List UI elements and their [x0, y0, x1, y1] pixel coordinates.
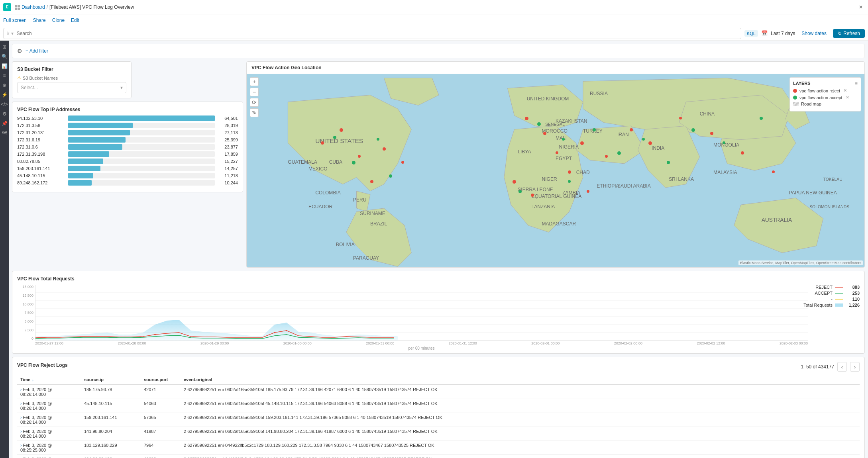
th-event-original[interactable]: event.original — [181, 375, 860, 385]
warning-icon: ⚠ — [17, 75, 21, 80]
map-dot-reject[interactable] — [710, 132, 713, 135]
map-container[interactable]: UNITED STATES UNITED KINGDOM RUSSIA INDI… — [247, 74, 864, 267]
sidebar-icon-code[interactable]: </> — [1, 101, 8, 108]
map-dot-accept[interactable] — [352, 161, 355, 164]
log-source-port: 46693 — [141, 455, 181, 458]
map-dot-accept[interactable] — [333, 136, 336, 139]
map-dot-reject[interactable] — [513, 180, 516, 184]
map-dot-accept[interactable] — [642, 138, 645, 141]
remove-reject-icon[interactable]: ✕ — [843, 88, 847, 93]
map-dot-reject[interactable] — [556, 151, 558, 154]
refresh-button[interactable]: ↻ Refresh — [833, 29, 865, 38]
layers-menu-icon[interactable]: ≡ — [855, 81, 858, 86]
chart-panel: VPC Flow Total Requests REJECT 883 ACCEP… — [12, 271, 865, 354]
sidebar-icon-tag[interactable]: ⊕ — [1, 82, 8, 88]
nav-fullscreen[interactable]: Full screen — [3, 18, 27, 23]
filter-settings-icon[interactable]: ⚙ — [17, 48, 22, 54]
sidebar-icon-layers[interactable]: ≡ — [1, 72, 8, 79]
table-row: › Feb 3, 2020 @ 08:26:14.000 185.175.93.… — [17, 385, 860, 399]
map-legend-reject: vpc flow action reject ✕ — [793, 88, 858, 93]
log-time: › Feb 3, 2020 @ 08:26:14.000 — [17, 385, 81, 399]
map-dot-reject[interactable] — [741, 151, 744, 155]
th-source-ip[interactable]: source.ip — [81, 375, 141, 385]
ip-bar-bg — [68, 151, 215, 157]
map-dot-reject[interactable] — [630, 128, 633, 131]
log-source-port: 42071 — [141, 385, 181, 399]
map-dot-accept[interactable] — [691, 128, 695, 132]
ip-bar-fill — [68, 151, 109, 157]
kql-badge[interactable]: KQL — [744, 30, 758, 37]
pagination-next-button[interactable]: › — [850, 362, 860, 372]
y-axis-label: 2,500 — [24, 328, 33, 332]
map-dot-accept[interactable] — [667, 161, 670, 164]
map-dot-reject[interactable] — [679, 117, 682, 119]
add-filter-button[interactable]: + Add filter — [26, 47, 48, 55]
svg-rect-1 — [18, 5, 20, 7]
map-zoom-in-button[interactable]: + — [250, 77, 259, 86]
row-expand-button[interactable]: › — [20, 429, 22, 434]
map-dot-accept[interactable] — [389, 174, 392, 178]
sidebar-icon-search[interactable]: 🔍 — [1, 53, 8, 60]
svg-rect-3 — [18, 8, 20, 10]
sidebar-icon-map[interactable]: 🗺 — [1, 130, 8, 136]
search-input[interactable] — [17, 31, 738, 36]
refresh-icon: ↻ — [838, 31, 842, 36]
row-expand-button[interactable]: › — [20, 388, 22, 392]
map-dot-reject[interactable] — [587, 190, 589, 193]
legend-line-icon — [835, 303, 843, 307]
map-dot-reject[interactable] — [340, 128, 343, 132]
nav-share[interactable]: Share — [33, 18, 46, 23]
log-source-ip: 45.148.10.115 — [81, 399, 141, 413]
dropdown-arrow[interactable]: ▾ — [11, 31, 14, 36]
ip-bar-bg — [68, 173, 215, 178]
svg-text:ZAMBIA: ZAMBIA — [562, 190, 581, 196]
nav-clone[interactable]: Clone — [52, 18, 65, 23]
chart-container: REJECT 883 ACCEPT 253 - 110 Total Reques… — [17, 285, 860, 348]
row-expand-button[interactable]: › — [20, 401, 22, 406]
close-button[interactable]: ✕ — [857, 3, 865, 11]
y-axis-label: 10,000 — [22, 302, 33, 306]
sidebar-icon-home[interactable]: ⊞ — [1, 44, 8, 50]
svg-text:INDIA: INDIA — [652, 145, 665, 151]
map-dot-accept[interactable] — [593, 128, 596, 131]
map-dot-reject[interactable] — [383, 147, 386, 151]
row-expand-button[interactable]: › — [20, 443, 22, 448]
sidebar-icon-gear[interactable]: ⚙ — [1, 111, 8, 117]
x-axis-label: 2020-01-27 12:00 — [35, 341, 63, 345]
app-logo: E — [3, 3, 11, 11]
sidebar-icon-chart[interactable]: 📊 — [1, 63, 8, 69]
legend-line-icon — [835, 293, 843, 294]
map-dot-accept[interactable] — [377, 138, 379, 141]
map-dot-accept[interactable] — [760, 117, 763, 120]
map-dot-reject[interactable] — [525, 117, 528, 120]
map-dot-reject[interactable] — [648, 141, 652, 145]
th-time[interactable]: Time ↓ — [17, 375, 81, 385]
pagination-prev-button[interactable]: ‹ — [837, 362, 847, 372]
logs-table-body: › Feb 3, 2020 @ 08:26:14.000 185.175.93.… — [17, 385, 860, 458]
show-dates-btn[interactable]: Show dates — [798, 31, 830, 36]
map-dot-accept[interactable] — [562, 138, 565, 141]
map-dot-reject[interactable] — [401, 161, 404, 164]
map-zoom-out-button[interactable]: − — [250, 88, 259, 96]
map-dot-accept[interactable] — [518, 190, 522, 193]
breadcrumb: Dashboard / [Filebeat AWS] VPC Flow Log … — [14, 4, 134, 10]
breadcrumb-dashboard[interactable]: Dashboard — [22, 4, 45, 10]
log-event-original: 2 627959692251 eni-044922lfb5c2c1729 194… — [181, 455, 860, 458]
th-source-port[interactable]: source.port — [141, 375, 181, 385]
map-dot-accept[interactable] — [537, 122, 541, 126]
date-range-selector[interactable]: Last 7 days — [771, 31, 795, 36]
map-draw-button[interactable]: ✎ — [250, 108, 259, 117]
nav-edit[interactable]: Edit — [71, 18, 79, 23]
ip-bar-bg — [68, 166, 215, 171]
ip-address-label: 94.102.53.10 — [17, 116, 65, 121]
map-dot-reject[interactable] — [772, 170, 775, 173]
map-dot-accept[interactable] — [617, 151, 621, 155]
s3-bucket-select[interactable]: Select... ▾ — [17, 82, 126, 93]
row-expand-button[interactable]: › — [20, 415, 22, 420]
ip-address-label: 172.31.20.131 — [17, 130, 65, 135]
map-reset-button[interactable]: ⟳ — [250, 98, 259, 107]
sidebar-icon-alert[interactable]: ⚡ — [1, 92, 8, 98]
remove-accept-icon[interactable]: ✕ — [846, 95, 849, 100]
sidebar-icon-pin[interactable]: 📌 — [1, 120, 8, 127]
svg-text:TOKELAU: TOKELAU — [823, 177, 842, 182]
